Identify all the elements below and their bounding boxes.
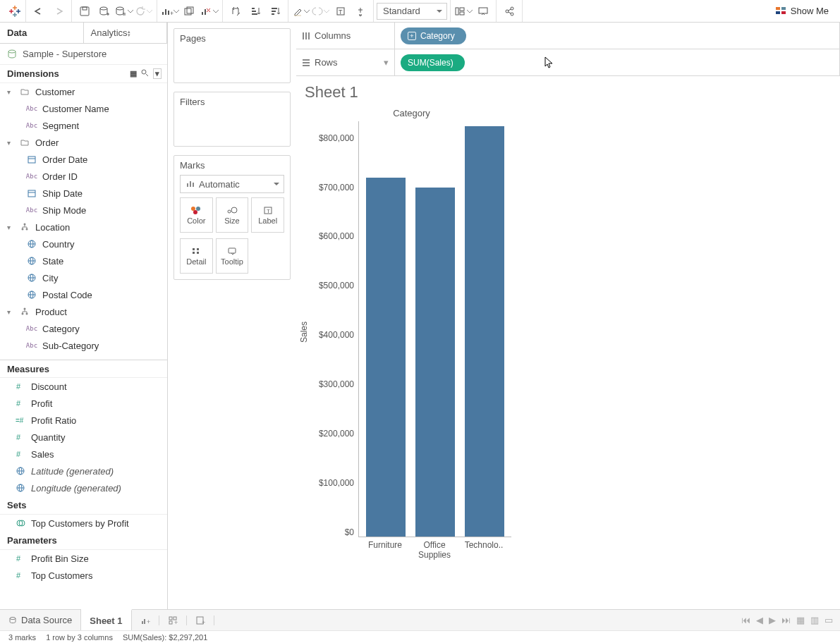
tree-group[interactable]: ▾Product xyxy=(0,303,167,320)
sheet1-tab[interactable]: Sheet 1 xyxy=(81,609,131,630)
color-icon xyxy=(190,206,202,214)
marks-size-button[interactable]: Size xyxy=(216,197,249,233)
svg-rect-38 xyxy=(479,8,487,13)
next-sheet-icon[interactable]: ▶ xyxy=(769,615,776,625)
tree-field[interactable]: Postal Code xyxy=(0,286,167,303)
presentation-mode-button[interactable] xyxy=(473,2,493,20)
tree-group[interactable]: ▾Location xyxy=(0,219,167,235)
columns-pill-category[interactable]: + Category xyxy=(401,27,466,44)
marks-detail-button[interactable]: Detail xyxy=(180,238,213,274)
tree-field[interactable]: AbcCustomer Name xyxy=(0,100,167,117)
chart-column-header: Category xyxy=(312,104,511,121)
sort-ascending-button[interactable] xyxy=(245,2,265,20)
new-data-source-button[interactable] xyxy=(95,2,114,20)
tab-data[interactable]: Data xyxy=(0,23,84,43)
columns-drop-zone[interactable]: + Category xyxy=(395,23,840,49)
tree-field[interactable]: #Sales xyxy=(0,446,167,463)
tree-field[interactable]: Top Customers by Profit xyxy=(0,515,167,532)
pages-shelf[interactable]: Pages xyxy=(174,28,291,83)
data-pane-menu-icon[interactable]: ▾ xyxy=(153,68,162,79)
sort-descending-button[interactable] xyxy=(265,2,285,20)
show-me-icon xyxy=(775,6,786,16)
marks-tooltip-button[interactable]: Tooltip xyxy=(216,238,249,274)
tree-field[interactable]: Order Date xyxy=(0,151,167,168)
svg-rect-30 xyxy=(272,11,276,12)
tree-field[interactable]: AbcManufacturer xyxy=(0,354,167,360)
data-source-tab[interactable]: Data Source xyxy=(0,610,81,630)
refresh-button[interactable] xyxy=(134,2,154,20)
share-button[interactable] xyxy=(499,2,519,20)
rows-drop-zone[interactable]: SUM(Sales) xyxy=(395,49,840,75)
new-dashboard-tab-button[interactable]: + xyxy=(159,616,187,625)
tree-field[interactable]: Longitude (generated) xyxy=(0,479,167,496)
tree-field[interactable]: AbcShip Mode xyxy=(0,202,167,219)
pause-auto-updates-button[interactable] xyxy=(114,2,134,20)
chart-bar[interactable] xyxy=(366,178,406,537)
mark-type-selector[interactable]: Automatic xyxy=(180,175,284,193)
svg-rect-107 xyxy=(303,62,310,63)
tree-field[interactable]: AbcSub-Category xyxy=(0,337,167,354)
prev-sheet-icon[interactable]: ◀ xyxy=(756,615,763,625)
expand-icon[interactable]: + xyxy=(408,32,416,40)
tree-field[interactable]: City xyxy=(0,269,167,286)
undo-button[interactable] xyxy=(29,2,49,20)
marks-label-button[interactable]: TLabel xyxy=(251,197,284,233)
tree-field[interactable]: AbcCategory xyxy=(0,320,167,337)
tree-field[interactable]: Country xyxy=(0,235,167,252)
clear-sheet-button[interactable] xyxy=(200,2,219,20)
show-me-button[interactable]: Show Me xyxy=(768,6,836,16)
tree-group[interactable]: ▾Customer xyxy=(0,83,167,100)
tree-field[interactable]: #Discount xyxy=(0,378,167,395)
tree-field[interactable]: Latitude (generated) xyxy=(0,463,167,479)
redo-button[interactable] xyxy=(49,2,68,20)
rows-pill-sum-sales[interactable]: SUM(Sales) xyxy=(401,54,465,71)
group-button[interactable] xyxy=(311,2,331,20)
show-tabs-icon[interactable]: ▭ xyxy=(824,615,833,625)
tableau-logo-icon[interactable] xyxy=(7,4,23,19)
chart-bars[interactable] xyxy=(358,121,511,537)
svg-text:T: T xyxy=(267,208,270,214)
dimensions-header: Dimensions ▦ ▾ xyxy=(0,65,167,83)
new-story-tab-button[interactable]: + xyxy=(187,616,214,625)
show-filmstrip-icon[interactable]: ▦ xyxy=(796,615,805,625)
tree-field[interactable]: State xyxy=(0,252,167,269)
tree-field[interactable]: =#Profit Ratio xyxy=(0,412,167,429)
tree-field[interactable]: Ship Date xyxy=(0,185,167,202)
tree-group[interactable]: ▾Order xyxy=(0,134,167,151)
view-as-icon[interactable]: ▦ xyxy=(130,69,137,78)
pin-axis-button[interactable] xyxy=(351,2,370,20)
fit-selector[interactable]: Standard xyxy=(377,3,447,20)
show-mark-labels-button[interactable]: T xyxy=(331,2,351,20)
tab-analytics[interactable]: Analytics▴▾ xyxy=(84,23,168,43)
rows-menu-caret-icon[interactable]: ▾ xyxy=(384,57,389,68)
data-source-item[interactable]: Sample - Superstore xyxy=(0,44,167,65)
tree-field[interactable]: AbcOrder ID xyxy=(0,168,167,185)
marks-color-button[interactable]: Color xyxy=(180,197,213,233)
swap-rows-columns-button[interactable] xyxy=(226,2,245,20)
sheet-title[interactable]: Sheet 1 xyxy=(296,76,840,104)
last-sheet-icon[interactable]: ⏭ xyxy=(781,615,791,625)
find-field-icon[interactable] xyxy=(141,69,149,78)
filters-shelf[interactable]: Filters xyxy=(174,92,291,147)
tree-field[interactable]: #Top Customers xyxy=(0,567,167,584)
svg-rect-100 xyxy=(193,252,195,254)
detail-icon xyxy=(191,247,201,255)
save-button[interactable] xyxy=(75,2,95,20)
tree-field[interactable]: AbcSegment xyxy=(0,117,167,134)
new-worksheet-button[interactable]: + xyxy=(160,2,180,20)
sets-tree: Top Customers by Profit xyxy=(0,515,167,532)
svg-rect-45 xyxy=(781,7,786,10)
first-sheet-icon[interactable]: ⏮ xyxy=(741,615,750,625)
new-worksheet-tab-button[interactable]: + xyxy=(132,616,159,625)
show-sheet-sorter-icon[interactable]: ▥ xyxy=(810,615,819,625)
chart-bar[interactable] xyxy=(415,188,455,537)
show-hide-cards-button[interactable] xyxy=(454,2,473,20)
highlight-button[interactable] xyxy=(291,2,311,20)
tree-field[interactable]: #Profit Bin Size xyxy=(0,550,167,567)
duplicate-sheet-button[interactable] xyxy=(180,2,200,20)
tree-field[interactable]: #Profit xyxy=(0,395,167,412)
chart-bar[interactable] xyxy=(465,126,504,537)
tree-field[interactable]: #Quantity xyxy=(0,429,167,446)
shelves-column: Pages Filters Marks Automatic Color Size… xyxy=(168,23,296,609)
svg-point-49 xyxy=(142,70,146,74)
